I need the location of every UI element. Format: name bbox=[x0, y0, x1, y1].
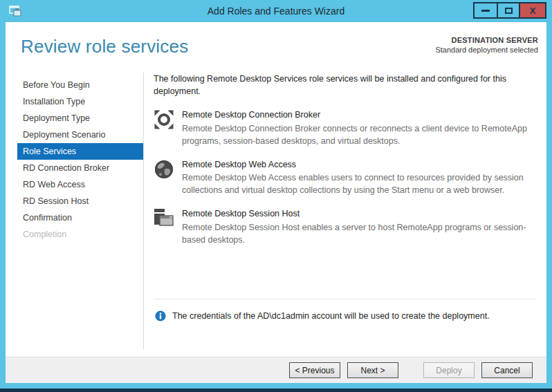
main-content: The following Remote Desktop Services ro… bbox=[154, 73, 540, 258]
wizard-icon bbox=[8, 4, 22, 18]
wizard-window: Add Roles and Features Wizard X Review r… bbox=[0, 0, 552, 389]
service-title: Remote Desktop Connection Broker bbox=[182, 109, 540, 120]
note-text: The credentials of the AD\dc1admin accou… bbox=[172, 310, 490, 322]
sidebar-item-installation-type[interactable]: Installation Type bbox=[17, 93, 143, 110]
wizard-footer: < Previous Next > Deploy Cancel bbox=[6, 357, 546, 383]
desktop-edge bbox=[0, 389, 552, 392]
sidebar-item-rd-web-access[interactable]: RD Web Access bbox=[17, 176, 143, 193]
sidebar-item-completion: Completion bbox=[17, 226, 143, 243]
service-title: Remote Desktop Session Host bbox=[182, 208, 540, 219]
sidebar-item-before-you-begin[interactable]: Before You Begin bbox=[17, 77, 143, 93]
wizard-body: Review role services DESTINATION SERVER … bbox=[6, 22, 546, 357]
destination-server-block: DESTINATION SERVER Standard deployment s… bbox=[435, 36, 538, 54]
service-description: Remote Desktop Connection Broker connect… bbox=[182, 122, 540, 147]
service-text: Remote Desktop Connection Broker Remote … bbox=[182, 109, 540, 147]
connection-broker-icon bbox=[154, 109, 174, 130]
service-description: Remote Desktop Web Access enables users … bbox=[182, 171, 540, 196]
credentials-note: The credentials of the AD\dc1admin accou… bbox=[155, 310, 537, 322]
intro-text: The following Remote Desktop Services ro… bbox=[154, 73, 540, 97]
sidebar-item-role-services[interactable]: Role Services bbox=[17, 143, 143, 160]
minimize-button[interactable] bbox=[475, 3, 497, 17]
sidebar-item-confirmation[interactable]: Confirmation bbox=[17, 209, 143, 226]
web-access-globe-icon bbox=[154, 159, 174, 180]
wizard-steps-sidebar: Before You Begin Installation Type Deplo… bbox=[17, 77, 143, 243]
minimize-icon bbox=[481, 10, 490, 12]
close-icon: X bbox=[530, 6, 536, 16]
sidebar-item-rd-connection-broker[interactable]: RD Connection Broker bbox=[17, 160, 143, 176]
info-icon bbox=[155, 310, 166, 321]
previous-button[interactable]: < Previous bbox=[289, 362, 340, 378]
next-button[interactable]: Next > bbox=[347, 362, 398, 378]
service-title: Remote Desktop Web Access bbox=[182, 159, 540, 170]
window-title: Add Roles and Features Wizard bbox=[0, 6, 552, 17]
maximize-button[interactable] bbox=[497, 3, 519, 17]
service-text: Remote Desktop Web Access Remote Desktop… bbox=[182, 159, 540, 197]
service-item-web-access: Remote Desktop Web Access Remote Desktop… bbox=[154, 159, 540, 197]
titlebar[interactable]: Add Roles and Features Wizard X bbox=[0, 0, 552, 22]
cancel-button[interactable]: Cancel bbox=[481, 362, 533, 378]
service-item-session-host: Remote Desktop Session Host Remote Deskt… bbox=[154, 208, 540, 246]
service-text: Remote Desktop Session Host Remote Deskt… bbox=[182, 208, 540, 246]
sidebar-item-rd-session-host[interactable]: RD Session Host bbox=[17, 193, 143, 209]
destination-server-value: Standard deployment selected bbox=[435, 46, 538, 54]
page-title: Review role services bbox=[21, 36, 188, 57]
sidebar-divider bbox=[143, 73, 144, 349]
destination-server-label: DESTINATION SERVER bbox=[435, 36, 538, 44]
service-description: Remote Desktop Session Host enables a se… bbox=[182, 221, 540, 246]
maximize-icon bbox=[505, 8, 513, 14]
close-button[interactable]: X bbox=[519, 3, 545, 17]
service-item-connection-broker: Remote Desktop Connection Broker Remote … bbox=[154, 109, 540, 147]
sidebar-item-deployment-scenario[interactable]: Deployment Scenario bbox=[17, 127, 143, 143]
session-host-icon bbox=[154, 208, 174, 229]
window-controls: X bbox=[473, 2, 546, 19]
note-separator bbox=[154, 299, 537, 299]
sidebar-item-deployment-type[interactable]: Deployment Type bbox=[17, 110, 143, 127]
deploy-button: Deploy bbox=[423, 362, 475, 378]
